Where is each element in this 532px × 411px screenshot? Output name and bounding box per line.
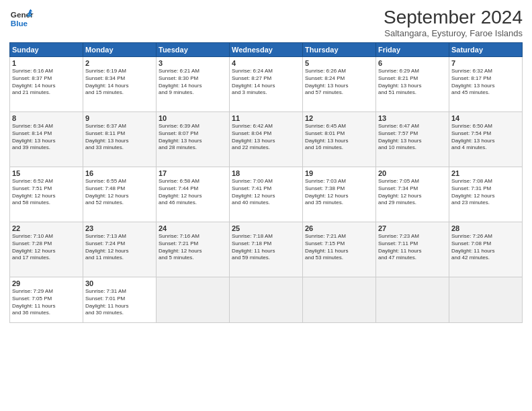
day-info: Sunrise: 7:31 AMSunset: 7:01 PMDaylight:… (85, 288, 154, 317)
day-number: 23 (85, 224, 154, 232)
calendar-day-cell (157, 277, 230, 323)
weekday-header-monday: Monday (83, 43, 157, 57)
day-info: Sunrise: 6:26 AMSunset: 8:24 PMDaylight:… (305, 68, 373, 97)
day-info: Sunrise: 6:24 AMSunset: 8:27 PMDaylight:… (232, 68, 300, 97)
sunrise-info: Sunrise: 6:42 AM (232, 123, 273, 129)
calendar-day-cell: 9Sunrise: 6:37 AMSunset: 8:11 PMDaylight… (83, 112, 157, 167)
day-info-continuation: and 22 minutes. (232, 144, 270, 150)
sunrise-info: Sunrise: 6:52 AM (12, 178, 53, 184)
calendar-day-cell: 15Sunrise: 6:52 AMSunset: 7:51 PMDayligh… (10, 167, 83, 222)
daylight-hours: Daylight: 13 hours (378, 138, 421, 144)
sunset-info: Sunset: 7:51 PM (12, 185, 52, 191)
day-info: Sunrise: 6:32 AMSunset: 8:17 PMDaylight:… (451, 68, 520, 97)
sunrise-info: Sunrise: 6:50 AM (451, 123, 492, 129)
calendar-day-cell: 3Sunrise: 6:21 AMSunset: 8:30 PMDaylight… (157, 57, 230, 112)
weekday-header-thursday: Thursday (303, 43, 376, 57)
sunrise-info: Sunrise: 7:13 AM (85, 233, 126, 239)
daylight-hours: Daylight: 11 hours (85, 303, 128, 309)
calendar-day-cell: 28Sunrise: 7:26 AMSunset: 7:08 PMDayligh… (449, 222, 523, 277)
weekday-header-wednesday: Wednesday (230, 43, 303, 57)
day-info-continuation: and 9 minutes. (159, 89, 193, 95)
sunrise-info: Sunrise: 7:16 AM (159, 233, 200, 239)
calendar-day-cell: 24Sunrise: 7:16 AMSunset: 7:21 PMDayligh… (157, 222, 230, 277)
sunset-info: Sunset: 7:48 PM (85, 185, 125, 191)
day-info: Sunrise: 6:45 AMSunset: 8:01 PMDaylight:… (305, 123, 373, 152)
calendar-day-cell (303, 277, 376, 323)
day-info: Sunrise: 6:52 AMSunset: 7:51 PMDaylight:… (12, 178, 81, 207)
sunset-info: Sunset: 7:18 PM (232, 240, 271, 246)
sunset-info: Sunset: 8:27 PM (232, 75, 271, 81)
day-info-continuation: and 21 minutes. (12, 89, 50, 95)
daylight-hours: Daylight: 13 hours (451, 83, 494, 89)
day-number: 15 (12, 169, 81, 177)
sunrise-info: Sunrise: 7:21 AM (305, 233, 346, 239)
day-number: 18 (232, 169, 300, 177)
sunset-info: Sunset: 7:15 PM (305, 240, 345, 246)
day-info: Sunrise: 6:16 AMSunset: 8:37 PMDaylight:… (12, 68, 81, 97)
day-info-continuation: and 17 minutes. (12, 255, 50, 261)
calendar-day-cell: 4Sunrise: 6:24 AMSunset: 8:27 PMDaylight… (230, 57, 303, 112)
sunrise-info: Sunrise: 6:24 AM (232, 68, 273, 74)
calendar-week-row: 8Sunrise: 6:34 AMSunset: 8:14 PMDaylight… (10, 112, 523, 167)
daylight-hours: Daylight: 13 hours (305, 138, 348, 144)
sunset-info: Sunset: 8:24 PM (305, 75, 345, 81)
day-number: 10 (159, 114, 227, 122)
calendar-day-cell: 14Sunrise: 6:50 AMSunset: 7:54 PMDayligh… (449, 112, 523, 167)
day-number: 2 (85, 59, 154, 67)
day-info: Sunrise: 7:05 AMSunset: 7:34 PMDaylight:… (378, 178, 447, 207)
day-info: Sunrise: 7:18 AMSunset: 7:18 PMDaylight:… (232, 233, 300, 262)
daylight-hours: Daylight: 13 hours (232, 138, 275, 144)
day-info-continuation: and 4 minutes. (451, 144, 486, 150)
weekday-header-sunday: Sunday (10, 43, 83, 57)
calendar-day-cell (230, 277, 303, 323)
sunset-info: Sunset: 7:44 PM (159, 185, 198, 191)
daylight-hours: Daylight: 14 hours (232, 83, 275, 89)
svg-text:Blue: Blue (11, 19, 28, 28)
sunset-info: Sunset: 7:05 PM (12, 295, 52, 302)
calendar-day-cell: 12Sunrise: 6:45 AMSunset: 8:01 PMDayligh… (303, 112, 376, 167)
sunrise-info: Sunrise: 6:16 AM (12, 68, 53, 74)
daylight-hours: Daylight: 12 hours (12, 248, 55, 254)
calendar-day-cell: 19Sunrise: 7:03 AMSunset: 7:38 PMDayligh… (303, 167, 376, 222)
sunrise-info: Sunrise: 6:32 AM (451, 68, 492, 74)
sunrise-info: Sunrise: 6:34 AM (12, 123, 53, 129)
day-info-continuation: and 52 minutes. (85, 199, 124, 205)
sunset-info: Sunset: 8:11 PM (85, 130, 125, 136)
day-info-continuation: and 30 minutes. (85, 310, 124, 316)
day-number: 25 (232, 224, 300, 232)
calendar-day-cell: 30Sunrise: 7:31 AMSunset: 7:01 PMDayligh… (83, 277, 157, 323)
sunrise-info: Sunrise: 7:26 AM (451, 233, 492, 239)
sunrise-info: Sunrise: 7:00 AM (232, 178, 273, 184)
day-info: Sunrise: 7:10 AMSunset: 7:28 PMDaylight:… (12, 233, 81, 262)
sunrise-info: Sunrise: 6:39 AM (159, 123, 200, 129)
daylight-hours: Daylight: 13 hours (378, 83, 421, 89)
day-number: 28 (451, 224, 520, 232)
day-info-continuation: and 57 minutes. (305, 89, 343, 95)
day-number: 20 (378, 169, 447, 177)
calendar-day-cell: 2Sunrise: 6:19 AMSunset: 8:34 PMDaylight… (83, 57, 157, 112)
day-number: 7 (451, 59, 520, 67)
day-info: Sunrise: 6:39 AMSunset: 8:07 PMDaylight:… (159, 123, 227, 152)
day-info: Sunrise: 6:47 AMSunset: 7:57 PMDaylight:… (378, 123, 447, 152)
calendar-day-cell: 22Sunrise: 7:10 AMSunset: 7:28 PMDayligh… (10, 222, 83, 277)
daylight-hours: Daylight: 12 hours (378, 193, 421, 199)
sunrise-info: Sunrise: 7:05 AM (378, 178, 419, 184)
calendar-day-cell: 7Sunrise: 6:32 AMSunset: 8:17 PMDaylight… (449, 57, 523, 112)
day-number: 6 (378, 59, 447, 67)
day-info: Sunrise: 7:08 AMSunset: 7:31 PMDaylight:… (451, 178, 520, 207)
day-info: Sunrise: 7:29 AMSunset: 7:05 PMDaylight:… (12, 288, 81, 317)
day-info-continuation: and 33 minutes. (85, 144, 124, 150)
day-info: Sunrise: 7:03 AMSunset: 7:38 PMDaylight:… (305, 178, 373, 207)
sunset-info: Sunset: 8:21 PM (378, 75, 418, 81)
daylight-hours: Daylight: 13 hours (85, 138, 128, 144)
calendar-day-cell: 18Sunrise: 7:00 AMSunset: 7:41 PMDayligh… (230, 167, 303, 222)
day-info: Sunrise: 7:23 AMSunset: 7:11 PMDaylight:… (378, 233, 447, 262)
sunrise-info: Sunrise: 6:55 AM (85, 178, 126, 184)
sunrise-info: Sunrise: 7:18 AM (232, 233, 273, 239)
calendar-header-row: SundayMondayTuesdayWednesdayThursdayFrid… (10, 43, 523, 57)
daylight-hours: Daylight: 12 hours (305, 193, 348, 199)
sunrise-info: Sunrise: 6:19 AM (85, 68, 126, 74)
daylight-hours: Daylight: 12 hours (232, 193, 275, 199)
daylight-hours: Daylight: 13 hours (159, 138, 202, 144)
day-number: 22 (12, 224, 81, 232)
